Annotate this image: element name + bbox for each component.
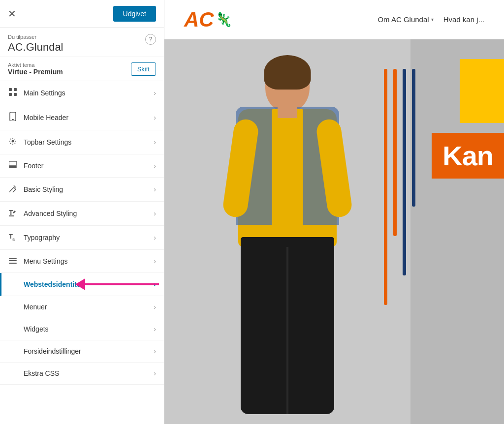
sidebar: ✕ Udgivet Du tilpasser AC.Glundal ? Akti… xyxy=(0,0,164,424)
theme-label: Aktivt tema xyxy=(8,62,63,68)
sidebar-item-mobile-header[interactable]: Mobile Header › xyxy=(0,105,164,130)
sidebar-item-basic-styling[interactable]: Basic Styling › xyxy=(0,178,164,202)
hero-section: Kan xyxy=(164,39,504,424)
sidebar-info: Du tilpasser AC.Glundal ? xyxy=(0,28,164,57)
advanced-styling-label: Advanced Styling xyxy=(24,210,154,217)
sidebar-item-menu-settings[interactable]: Menu Settings › xyxy=(0,250,164,273)
svg-rect-2 xyxy=(9,93,12,96)
footer-icon xyxy=(8,161,18,170)
main-settings-icon xyxy=(8,88,18,98)
vline-orange-1 xyxy=(384,69,387,305)
nav-label-om: Om AC Glundal xyxy=(378,15,429,24)
vertical-lines xyxy=(384,69,415,305)
menu-settings-arrow: › xyxy=(154,257,156,265)
sidebar-item-forsideindstillinger[interactable]: Forsideindstillinger › xyxy=(0,340,164,363)
sidebar-item-advanced-styling[interactable]: T Advanced Styling › xyxy=(0,202,164,226)
webstedsidentitet-arrow: › xyxy=(154,280,156,289)
nav-label-hvad: Hvad kan j... xyxy=(443,15,484,24)
main-settings-arrow: › xyxy=(154,89,156,97)
yellow-rectangle xyxy=(460,59,504,123)
topbar-settings-icon xyxy=(8,137,18,147)
svg-rect-15 xyxy=(9,263,17,264)
nav-item-hvad-kan[interactable]: Hvad kan j... xyxy=(443,15,484,24)
webstedsidentitet-label: Webstedsidentitet xyxy=(24,280,154,288)
mobile-header-icon xyxy=(8,112,18,123)
publish-button[interactable]: Udgivet xyxy=(113,6,156,22)
close-button[interactable]: ✕ xyxy=(8,9,16,19)
typography-label: Typography xyxy=(24,234,154,242)
hero-text-box: Kan xyxy=(432,133,504,179)
topbar-settings-label: Topbar Settings xyxy=(24,138,154,146)
site-nav: Om AC Glundal ▾ Hvad kan j... xyxy=(378,15,484,24)
basic-styling-icon xyxy=(8,184,18,194)
sidebar-item-footer[interactable]: Footer › xyxy=(0,154,164,178)
mobile-header-label: Mobile Header xyxy=(24,114,154,121)
ekstra-css-arrow: › xyxy=(154,369,156,377)
vline-blue-1 xyxy=(403,69,406,275)
vline-orange-2 xyxy=(393,69,397,236)
nav-item-om-ac-glundal[interactable]: Om AC Glundal ▾ xyxy=(378,15,433,24)
svg-rect-5 xyxy=(12,119,14,120)
forsideindstillinger-label: Forsideindstillinger xyxy=(24,347,154,355)
sidebar-item-ekstra-css[interactable]: Ekstra CSS › xyxy=(0,363,164,385)
person-figure xyxy=(179,50,396,424)
sidebar-item-typography[interactable]: T a Typography › xyxy=(0,226,164,250)
ekstra-css-label: Ekstra CSS xyxy=(24,369,154,377)
menu-settings-icon xyxy=(8,257,18,266)
typography-arrow: › xyxy=(154,234,156,242)
menuer-label: Menuer xyxy=(24,303,154,311)
svg-point-6 xyxy=(12,140,14,143)
typography-icon: T a xyxy=(8,233,18,242)
basic-styling-arrow: › xyxy=(154,185,156,193)
advanced-styling-icon: T xyxy=(8,209,18,218)
footer-label: Footer xyxy=(24,162,154,170)
svg-text:T: T xyxy=(9,209,13,216)
sidebar-item-menuer[interactable]: Menuer › xyxy=(0,296,164,318)
sidebar-item-topbar-settings[interactable]: Topbar Settings › xyxy=(0,130,164,154)
chevron-down-icon: ▾ xyxy=(431,17,434,22)
vline-blue-2 xyxy=(412,69,415,207)
svg-rect-13 xyxy=(9,258,17,259)
help-button[interactable]: ? xyxy=(145,34,156,45)
svg-rect-8 xyxy=(9,166,17,168)
mobile-header-arrow: › xyxy=(154,114,156,121)
theme-section: Aktivt tema Virtue - Premium Skift xyxy=(0,57,164,81)
svg-rect-1 xyxy=(14,88,17,91)
menu-list: Main Settings › Mobile Header › Topb xyxy=(0,81,164,424)
widgets-label: Widgets xyxy=(24,325,154,333)
sidebar-topbar: ✕ Udgivet xyxy=(0,0,164,28)
sidebar-item-webstedsidentitet[interactable]: Webstedsidentitet › xyxy=(0,273,164,296)
basic-styling-label: Basic Styling xyxy=(24,185,154,193)
customizing-label: Du tilpasser xyxy=(8,34,63,40)
svg-rect-3 xyxy=(14,93,17,96)
menu-settings-label: Menu Settings xyxy=(24,257,154,265)
svg-rect-0 xyxy=(9,88,12,91)
forsideindstillinger-arrow: › xyxy=(154,347,156,355)
widgets-arrow: › xyxy=(154,325,156,333)
site-logo: AC xyxy=(184,8,214,31)
menuer-arrow: › xyxy=(154,303,156,311)
svg-text:a: a xyxy=(12,237,15,241)
theme-name: Virtue - Premium xyxy=(8,68,63,76)
svg-rect-14 xyxy=(9,260,17,261)
svg-rect-7 xyxy=(9,161,17,165)
main-settings-label: Main Settings xyxy=(24,89,154,97)
main-content: AC 🦎 Om AC Glundal ▾ Hvad kan j... xyxy=(164,0,504,424)
site-header: AC 🦎 Om AC Glundal ▾ Hvad kan j... xyxy=(164,0,504,39)
sidebar-item-widgets[interactable]: Widgets › xyxy=(0,318,164,340)
site-name: AC.Glundal xyxy=(8,41,63,54)
footer-arrow: › xyxy=(154,162,156,170)
advanced-styling-arrow: › xyxy=(154,210,156,217)
sidebar-item-main-settings[interactable]: Main Settings › xyxy=(0,81,164,105)
topbar-settings-arrow: › xyxy=(154,138,156,146)
theme-switch-button[interactable]: Skift xyxy=(131,62,156,76)
